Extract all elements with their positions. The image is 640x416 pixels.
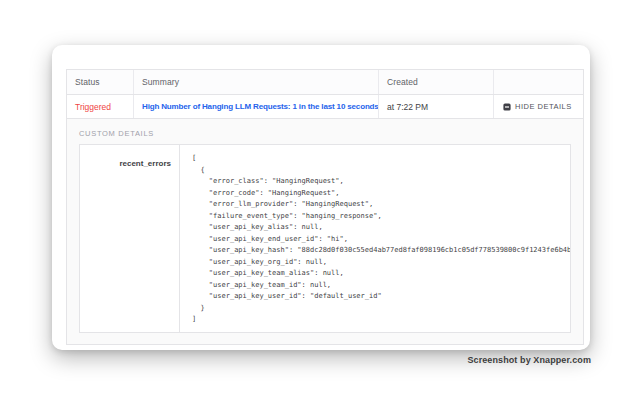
custom-details-box: recent_errors [ { "error_class": "Hangin…	[79, 144, 571, 333]
custom-details-section: CUSTOM DETAILS recent_errors [ { "error_…	[67, 119, 583, 344]
status-cell: Triggered	[67, 95, 134, 118]
summary-cell: High Number of Hanging LLM Requests: 1 i…	[134, 95, 379, 118]
xnapper-watermark: Screenshot by Xnapper.com	[467, 355, 591, 365]
custom-details-heading: CUSTOM DETAILS	[79, 129, 571, 138]
field-name-label: recent_errors	[119, 159, 171, 168]
actions-cell: HIDE DETAILS	[494, 95, 583, 118]
minus-square-icon	[503, 103, 511, 111]
hide-details-button[interactable]: HIDE DETAILS	[503, 102, 572, 111]
field-value-column: [ { "error_class": "HangingRequest", "er…	[180, 145, 570, 332]
table-row: Triggered High Number of Hanging LLM Req…	[67, 95, 583, 119]
column-header-label: Summary	[142, 77, 179, 87]
column-header-status: Status	[67, 70, 134, 94]
field-name-column: recent_errors	[80, 145, 180, 332]
table-header-row: Status Summary Created	[67, 70, 583, 95]
column-header-actions	[494, 70, 583, 94]
alerts-table: Status Summary Created Triggered High Nu…	[66, 69, 584, 345]
hide-details-label: HIDE DETAILS	[515, 102, 572, 111]
recent-errors-json: [ { "error_class": "HangingRequest", "er…	[192, 153, 558, 326]
alert-details-card: Status Summary Created Triggered High Nu…	[52, 45, 590, 350]
created-cell: at 7:22 PM	[379, 95, 494, 118]
column-header-label: Status	[75, 77, 100, 87]
column-header-label: Created	[387, 77, 418, 87]
column-header-summary: Summary	[134, 70, 379, 94]
alert-summary-link[interactable]: High Number of Hanging LLM Requests: 1 i…	[142, 102, 379, 111]
status-text: Triggered	[75, 102, 111, 112]
column-header-created: Created	[379, 70, 494, 94]
created-text: at 7:22 PM	[387, 102, 428, 112]
